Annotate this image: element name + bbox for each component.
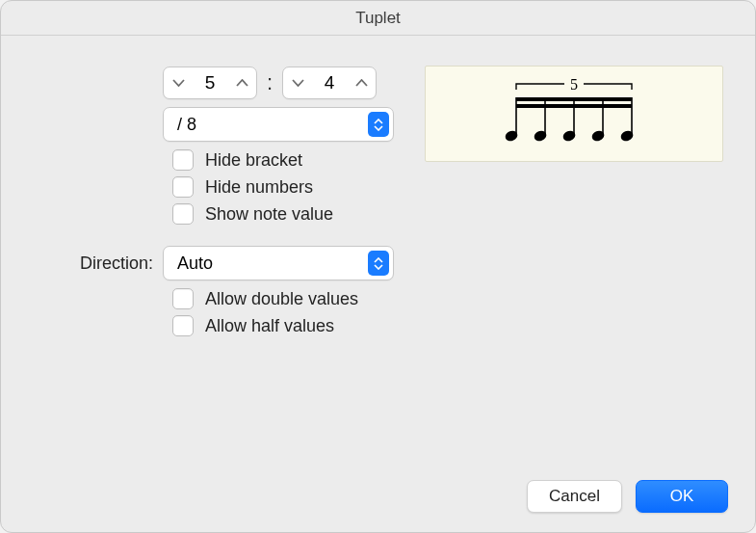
cancel-button[interactable]: Cancel [527, 480, 622, 513]
note-value-label: / 8 [177, 115, 196, 135]
allow-half-label: Allow half values [205, 316, 334, 336]
direction-select[interactable]: Auto [163, 246, 394, 280]
hide-numbers-label: Hide numbers [205, 177, 313, 198]
allow-double-checkbox[interactable] [172, 288, 194, 309]
select-arrows-icon [368, 112, 389, 137]
allow-double-row: Allow double values [172, 288, 728, 309]
numerator-value: 5 [193, 72, 227, 93]
hide-bracket-label: Hide bracket [205, 150, 302, 171]
direction-value: Auto [177, 253, 213, 274]
numerator-increment[interactable] [227, 67, 256, 98]
ratio-colon: : [263, 70, 276, 95]
note-value-select[interactable]: / 8 [163, 107, 394, 142]
hide-bracket-checkbox[interactable] [172, 149, 194, 171]
dialog-footer: Cancel OK [527, 480, 728, 513]
numerator-decrement[interactable] [164, 67, 193, 98]
tuplet-dialog: Tuplet 5 : [0, 0, 756, 533]
numerator-stepper[interactable]: 5 [163, 67, 257, 99]
allow-half-row: Allow half values [172, 315, 728, 336]
window-title: Tuplet [1, 1, 755, 36]
denominator-decrement[interactable] [283, 67, 312, 98]
show-note-value-checkbox[interactable] [172, 203, 194, 225]
tuplet-preview-svg: 5 [482, 76, 665, 151]
ok-button[interactable]: OK [636, 480, 728, 513]
tuplet-number: 5 [570, 76, 578, 93]
allow-half-checkbox[interactable] [172, 315, 194, 336]
direction-row: Direction: Auto [28, 246, 728, 280]
select-arrows-icon [368, 251, 389, 276]
hide-numbers-checkbox[interactable] [172, 176, 194, 198]
allow-double-label: Allow double values [205, 289, 358, 309]
show-note-value-row: Show note value [172, 203, 728, 225]
show-note-value-label: Show note value [205, 204, 333, 225]
denominator-increment[interactable] [347, 67, 376, 98]
denominator-value: 4 [312, 72, 347, 93]
denominator-stepper[interactable]: 4 [282, 67, 377, 99]
notation-preview: 5 [425, 66, 723, 162]
direction-label: Direction: [28, 253, 163, 274]
hide-numbers-row: Hide numbers [172, 176, 728, 198]
